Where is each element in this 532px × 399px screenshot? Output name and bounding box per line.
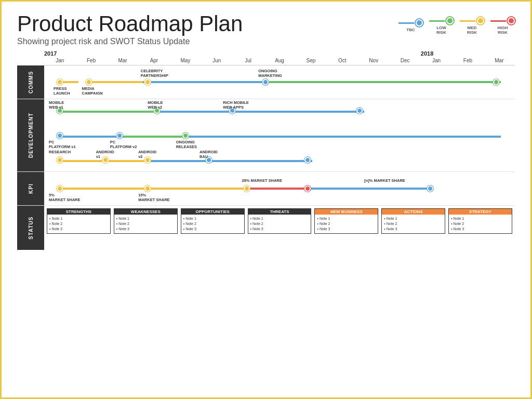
month-feb2: Feb (452, 58, 483, 63)
dev-track2a (60, 136, 121, 138)
legend-med-dot (477, 17, 484, 24)
swot-opp-n3: Note 3 (183, 227, 242, 232)
dev3-n5 (304, 157, 311, 163)
year-2018: 2018 (421, 50, 515, 57)
swot-strengths-n3: Note 3 (49, 227, 108, 232)
month-nov: Nov (358, 58, 389, 63)
dev3-n1 (57, 157, 63, 163)
swot-strengths-n2: Note 2 (49, 221, 108, 227)
swot-weaknesses: WEAKNESSES Note 1 Note 2 Note 3 (114, 208, 178, 233)
swot-actions-n3: Note 3 (384, 227, 443, 232)
month-jan1: Jan (44, 58, 75, 63)
month-mar1: Mar (107, 58, 138, 63)
legend-med-label: MEDRISK (467, 26, 477, 35)
swot-opportunities: OPPORTUNITIES Note 1 Note 2 Note 3 (181, 208, 245, 233)
month-oct: Oct (327, 58, 358, 63)
kpi-content: 5% MARKET SHARE 15% MARKET SHARE 28% MAR… (44, 172, 515, 205)
swot-threats-n2: Note 2 (250, 221, 309, 227)
kpi-l5: [n]% MARKET SHARE (364, 178, 405, 183)
comms-label-media: MEDIA CAMPAIGN (82, 86, 102, 96)
legend-low-dot (446, 17, 454, 24)
dev3-l4: ANDROID BAU (200, 150, 218, 159)
row-label-spacer (17, 50, 44, 65)
dev2-n2 (116, 132, 123, 139)
kpi-track4 (308, 188, 430, 190)
dev-track2b (119, 136, 185, 138)
swot-threats-n1: Note 1 (250, 216, 309, 221)
section-status: STATUS STRENGTHS Note 1 Note 2 Note 3 WE… (17, 206, 515, 250)
dev-track1c (232, 111, 364, 113)
kpi-track1 (60, 188, 154, 190)
legend-tbc-label: TBC (406, 28, 415, 33)
comms-content: PRESS LAUNCH MEDIA CAMPAIGN CELEBRITY PA… (44, 65, 515, 99)
month-mar2: Mar (484, 58, 515, 63)
dev2-n3 (182, 132, 189, 139)
kpi-l4: 28% MARKET SHARE (242, 178, 283, 183)
dev-track1a (60, 111, 163, 113)
kpi-n3 (244, 185, 250, 192)
comms-node-3 (144, 79, 151, 85)
section-kpi: KPI 5% MARKET SHARE 15% MARKET SHARE 28%… (17, 172, 515, 206)
swot-strategy: STRATEGY Note 1 Note 2 Note 3 (448, 208, 512, 233)
dev3-l2: ANDROID v1 (96, 150, 114, 159)
comms-node-end (493, 79, 499, 85)
swot-actions-title: ACTIONS (382, 209, 445, 215)
kpi-track2 (148, 188, 251, 190)
swot-nb-n3: Note 3 (317, 227, 376, 232)
month-feb1: Feb (75, 58, 107, 63)
dev1-l2: MOBILE WEB v2 (148, 100, 163, 110)
swot-opp-n1: Note 1 (183, 216, 242, 221)
legend-tbc-dot (416, 19, 423, 26)
swot-new-business: NEW BUSINESS Note 1 Note 2 Note 3 (314, 208, 378, 233)
kpi-track3 (247, 188, 308, 190)
month-apr: Apr (138, 58, 169, 63)
swot-strategy-title: STRATEGY (449, 209, 512, 215)
swot-strengths-n1: Note 1 (49, 216, 108, 221)
swot-weaknesses-n3: Note 3 (116, 227, 175, 232)
dev2-l2: PC PLATFORM v2 (110, 140, 137, 149)
legend-high-line (490, 20, 506, 22)
dev2-l3: ONGOING RELEASES (176, 140, 197, 149)
section-comms: COMMS PRESS LAUNCH (17, 65, 515, 99)
swot-actions-n1: Note 1 (384, 216, 443, 221)
comms-node-4 (262, 79, 269, 85)
month-aug: Aug (264, 58, 295, 63)
legend: TBC LOWRISK MEDRISK (398, 17, 515, 35)
kpi-n5 (427, 185, 433, 192)
swot-opp-n2: Note 2 (183, 221, 242, 227)
comms-track-1b (89, 81, 150, 83)
month-sep: Sep (295, 58, 326, 63)
swot-strengths-title: STRENGTHS (47, 209, 110, 215)
kpi-n2 (144, 185, 151, 192)
dev1-l1: MOBILE WEB v1 (49, 100, 64, 110)
legend-tbc-line (398, 22, 414, 24)
legend-med-line (460, 20, 475, 22)
timeline-header: 2017 2018 Jan Feb Mar Apr May Jun Jul Au… (44, 50, 515, 65)
comms-track-1c (143, 81, 270, 83)
swot-new-business-title: NEW BUSINESS (315, 209, 378, 215)
swot-strengths: STRENGTHS Note 1 Note 2 Note 3 (47, 208, 111, 233)
month-dec: Dec (389, 58, 420, 63)
dev3-l1: RESEARCH (49, 150, 71, 154)
legend-tbc: TBC (398, 19, 423, 33)
header: Product Roadmap Plan Showing project ris… (17, 12, 515, 46)
dev-track3c (148, 160, 209, 162)
main-title: Product Roadmap Plan (17, 12, 243, 36)
legend-med-risk: MEDRISK (460, 17, 484, 35)
timeline-wrapper: 2017 2018 Jan Feb Mar Apr May Jun Jul Au… (17, 50, 515, 65)
status-label: STATUS (17, 206, 44, 250)
month-jan2: Jan (421, 58, 452, 63)
dev1-n4 (356, 108, 363, 114)
legend-low-line (429, 20, 445, 22)
swot-weaknesses-title: WEAKNESSES (114, 209, 177, 215)
legend-high-risk: HIGHRISK (490, 17, 515, 35)
legend-low-risk: LOWRISK (429, 17, 454, 35)
legend-high-label: HIGHRISK (498, 26, 508, 35)
dev-track2c (185, 136, 501, 138)
dev2-l1: PC PLATFORM v1 (49, 140, 76, 149)
swot-strategy-n3: Note 3 (451, 227, 510, 232)
kpi-label: KPI (17, 172, 44, 205)
legend-low-label: LOWRISK (436, 26, 446, 35)
status-content: STRENGTHS Note 1 Note 2 Note 3 WEAKNESSE… (44, 206, 515, 250)
kpi-l2: 15% MARKET SHARE (138, 193, 169, 202)
